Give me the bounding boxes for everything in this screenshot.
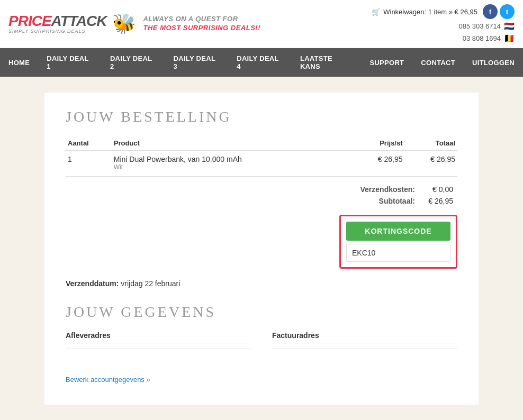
afleveradres-label: Afleveradres xyxy=(66,331,251,343)
nav-daily-deal-3[interactable]: DAILY DEAL 3 xyxy=(165,48,229,77)
address-grid: Afleveradres Factuuradres xyxy=(66,331,457,354)
row-prijs: € 26,95 xyxy=(352,151,404,177)
cart-text: Winkelwagen: 1 item » € 26,95 xyxy=(383,8,477,16)
afleveradres-content xyxy=(66,349,251,349)
verzendkosten-value: € 0,00 xyxy=(419,184,456,195)
twitter-button[interactable]: t xyxy=(500,4,515,19)
row-aantal: 1 xyxy=(66,151,112,177)
factuuradres-label: Factuuradres xyxy=(272,331,457,343)
site-header: PRICEATTACK SIMPLY SURPRISING DEALS 🐝 AL… xyxy=(0,0,523,48)
logo-price: PRICE xyxy=(8,13,51,29)
nav-contact[interactable]: CONTACT xyxy=(412,52,464,73)
afleveradres-col: Afleveradres xyxy=(66,331,251,354)
edit-account-link[interactable]: Bewerk accountgegevens » xyxy=(66,376,150,384)
verzenddatum-line: Verzenddatum: vrijdag 22 februari xyxy=(66,279,457,288)
tagline-bottom: THE MOST SURPRISING DEALS!! xyxy=(143,24,261,33)
col-totaal: Totaal xyxy=(405,136,457,151)
nav-support[interactable]: SUPPORT xyxy=(361,52,412,73)
col-prijs: Prijs/st xyxy=(352,136,404,151)
social-icons: f t xyxy=(483,4,515,19)
nav-laatste-kans[interactable]: LAATSTE KANS xyxy=(292,48,362,77)
table-row: 1 Mini Dual Powerbank, van 10.000 mAh Wi… xyxy=(66,151,457,177)
verzendkosten-label: Verzendkosten: xyxy=(357,184,418,195)
facebook-button[interactable]: f xyxy=(483,4,498,19)
nav-uitloggen[interactable]: UITLOGGEN xyxy=(464,52,523,73)
tagline: ALWAYS ON A QUEST FOR THE MOST SURPRISIN… xyxy=(143,15,261,33)
subtotaal-label: Subtotaal: xyxy=(357,196,418,206)
subtotaal-row: Subtotaal: € 26,95 xyxy=(357,196,456,206)
col-aantal: Aantal xyxy=(66,136,112,151)
nav-daily-deal-1[interactable]: DAILY DEAL 1 xyxy=(38,48,102,77)
cart-line: 🛒 Winkelwagen: 1 item » € 26,95 xyxy=(372,8,477,16)
totals-table: Verzendkosten: € 0,00 Subtotaal: € 26,95 xyxy=(356,183,457,207)
row-product: Mini Dual Powerbank, van 10.000 mAh Wit xyxy=(112,151,352,177)
flag-nl: 🇳🇱 xyxy=(504,21,515,31)
kortingscode-button[interactable]: KORTINGSCODE xyxy=(346,222,450,241)
phone-nl: 085 303 6714 xyxy=(458,22,501,30)
row-totaal: € 26,95 xyxy=(405,151,457,177)
main-content: JOUW BESTELLING Aantal Product Prijs/st … xyxy=(44,93,479,405)
col-product: Product xyxy=(112,136,352,151)
factuuradres-content xyxy=(272,349,457,349)
logo-sub: SIMPLY SURPRISING DEALS xyxy=(8,29,107,34)
logo-area: PRICEATTACK SIMPLY SURPRISING DEALS 🐝 AL… xyxy=(8,13,260,35)
flag-be: 🇧🇪 xyxy=(504,33,515,43)
verzenddatum-value: vrijdag 22 februari xyxy=(121,279,180,288)
totals-korting-container: Verzendkosten: € 0,00 Subtotaal: € 26,95… xyxy=(339,183,457,269)
nav-daily-deal-4[interactable]: DAILY DEAL 4 xyxy=(228,48,292,77)
logo-text: PRICEATTACK SIMPLY SURPRISING DEALS xyxy=(8,14,107,34)
main-nav: HOME DAILY DEAL 1 DAILY DEAL 2 DAILY DEA… xyxy=(0,48,523,77)
logo-attack: ATTACK xyxy=(51,13,107,29)
factuuradres-col: Factuuradres xyxy=(272,331,457,354)
order-title: JOUW BESTELLING xyxy=(66,108,457,125)
phone-nl-line: 085 303 6714 🇳🇱 xyxy=(458,21,515,31)
order-table: Aantal Product Prijs/st Totaal 1 Mini Du… xyxy=(66,136,457,177)
kortingscode-input[interactable] xyxy=(346,244,450,262)
phone-be-line: 03 808 1694 🇧🇪 xyxy=(463,33,515,43)
kortingscode-box: KORTINGSCODE xyxy=(339,215,457,269)
verzendkosten-row: Verzendkosten: € 0,00 xyxy=(357,184,456,195)
gegevens-title: JOUW GEGEVENS xyxy=(66,304,457,321)
bee-icon: 🐝 xyxy=(112,13,136,35)
cart-icon: 🛒 xyxy=(372,8,380,16)
totals-korting-row: Verzendkosten: € 0,00 Subtotaal: € 26,95… xyxy=(66,183,457,269)
gegevens-section: JOUW GEGEVENS Afleveradres Factuuradres xyxy=(66,304,457,354)
nav-daily-deal-2[interactable]: DAILY DEAL 2 xyxy=(102,48,165,77)
header-right: 🛒 Winkelwagen: 1 item » € 26,95 f t 085 … xyxy=(372,4,515,43)
verzenddatum-label: Verzenddatum: xyxy=(66,279,119,288)
product-variant: Wit xyxy=(114,163,350,171)
subtotaal-value: € 26,95 xyxy=(419,196,456,206)
nav-home[interactable]: HOME xyxy=(0,52,38,73)
phone-be: 03 808 1694 xyxy=(463,34,501,42)
product-name: Mini Dual Powerbank, van 10.000 mAh xyxy=(114,155,350,163)
tagline-top: ALWAYS ON A QUEST FOR xyxy=(143,15,261,24)
